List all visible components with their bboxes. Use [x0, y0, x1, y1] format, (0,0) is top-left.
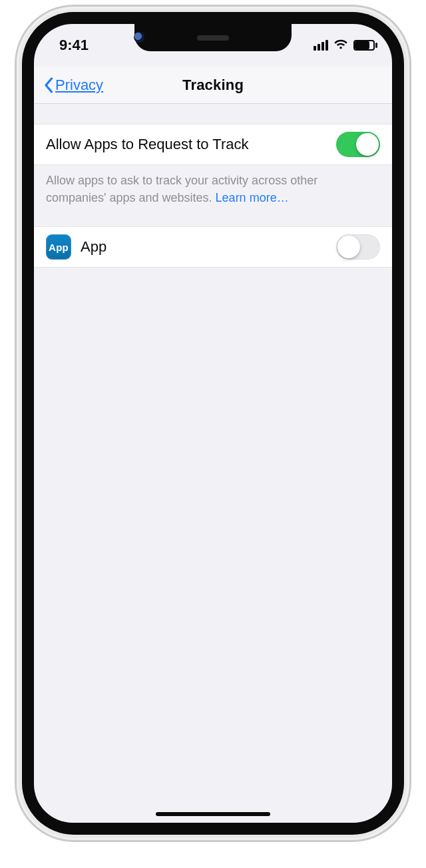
status-right	[314, 37, 375, 54]
app-icon: App	[46, 234, 71, 260]
toggle-app[interactable]	[336, 234, 380, 260]
screen: 9:41	[34, 24, 392, 823]
cellular-icon	[314, 40, 328, 51]
nav-header: Privacy Tracking	[34, 67, 392, 104]
group-footer: Allow apps to ask to track your activity…	[34, 165, 392, 206]
group-allow-tracking: Allow Apps to Request to Track Allow app…	[34, 124, 392, 206]
device-bezel: 9:41	[22, 12, 404, 835]
home-indicator[interactable]	[156, 812, 270, 816]
notch	[134, 24, 292, 51]
chevron-left-icon	[43, 77, 54, 93]
app-name: App	[81, 238, 106, 256]
learn-more-link[interactable]: Learn more…	[216, 191, 289, 204]
toggle-allow-tracking[interactable]	[336, 132, 380, 157]
group-apps: AppApp	[34, 226, 392, 268]
app-row-lead: AppApp	[46, 234, 106, 260]
app-row: AppApp	[34, 226, 392, 268]
wifi-icon	[333, 37, 348, 54]
row-allow-tracking: Allow Apps to Request to Track	[34, 124, 392, 165]
device-frame: 9:41	[17, 7, 409, 840]
back-button[interactable]: Privacy	[39, 67, 107, 104]
back-label: Privacy	[55, 77, 103, 94]
page-title: Tracking	[182, 77, 244, 94]
status-time: 9:41	[59, 37, 89, 54]
row-allow-tracking-label: Allow Apps to Request to Track	[46, 136, 249, 153]
front-camera	[134, 32, 144, 43]
battery-icon	[353, 40, 375, 51]
